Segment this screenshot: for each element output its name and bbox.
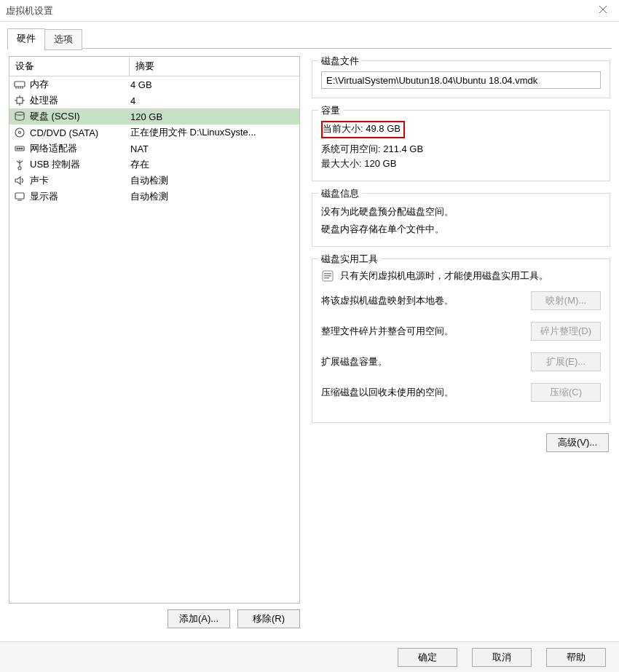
svg-rect-2 bbox=[15, 82, 25, 87]
svg-point-16 bbox=[17, 148, 18, 149]
svg-rect-28 bbox=[324, 277, 329, 279]
svg-point-19 bbox=[18, 167, 21, 170]
remove-device-button[interactable]: 移除(R) bbox=[237, 609, 300, 628]
ok-button[interactable]: 确定 bbox=[398, 648, 457, 667]
device-name: 处理器 bbox=[30, 94, 58, 107]
window-title: 虚拟机设置 bbox=[6, 4, 53, 17]
memory-icon bbox=[14, 79, 25, 90]
device-name: 硬盘 (SCSI) bbox=[30, 110, 80, 123]
tools-hint-row: 只有关闭虚拟机电源时，才能使用磁盘实用工具。 bbox=[321, 269, 601, 282]
device-summary: NAT bbox=[130, 143, 295, 154]
capacity-max: 最大大小: 120 GB bbox=[321, 157, 601, 170]
titlebar: 虚拟机设置 bbox=[0, 0, 619, 22]
group-disk-info: 磁盘信息 没有为此硬盘预分配磁盘空间。 硬盘内容存储在单个文件中。 bbox=[312, 193, 610, 247]
svg-rect-7 bbox=[17, 98, 23, 103]
display-icon bbox=[14, 191, 25, 202]
help-button[interactable]: 帮助 bbox=[546, 648, 606, 667]
table-row[interactable]: CD/DVD (SATA)正在使用文件 D:\LinuxSyste... bbox=[9, 124, 299, 141]
tabs: 硬件 选项 bbox=[0, 22, 619, 49]
tool-button[interactable]: 扩展(E)... bbox=[531, 352, 601, 371]
device-summary: 自动检测 bbox=[130, 174, 295, 187]
disk-file-path[interactable]: E:\VirtualSystem\Ubutun18.04\Ubuntu 18.0… bbox=[321, 71, 601, 89]
tool-row: 压缩磁盘以回收未使用的空间。压缩(C) bbox=[321, 383, 601, 402]
disk-info-line1: 没有为此硬盘预分配磁盘空间。 bbox=[321, 205, 601, 218]
legend-disk-tools: 磁盘实用工具 bbox=[318, 253, 381, 266]
capacity-free: 系统可用空间: 211.4 GB bbox=[321, 143, 601, 156]
cancel-button[interactable]: 取消 bbox=[472, 648, 532, 667]
add-device-button[interactable]: 添加(A)... bbox=[167, 609, 230, 628]
tools-hint-text: 只有关闭虚拟机电源时，才能使用磁盘实用工具。 bbox=[340, 269, 548, 282]
table-row[interactable]: USB 控制器存在 bbox=[9, 157, 299, 173]
table-body: 内存4 GB处理器4硬盘 (SCSI)120 GBCD/DVD (SATA)正在… bbox=[9, 76, 299, 603]
usb-icon bbox=[14, 159, 25, 170]
device-name: USB 控制器 bbox=[30, 158, 80, 171]
device-summary: 4 bbox=[130, 95, 295, 106]
table-row[interactable]: 显示器自动检测 bbox=[9, 189, 299, 205]
content-area: 设备 摘要 内存4 GB处理器4硬盘 (SCSI)120 GBCD/DVD (S… bbox=[0, 49, 619, 628]
svg-point-13 bbox=[15, 128, 24, 137]
net-icon bbox=[14, 143, 25, 154]
device-name: 声卡 bbox=[30, 174, 49, 187]
tab-spacer bbox=[82, 28, 612, 49]
legend-disk-file: 磁盘文件 bbox=[318, 55, 362, 68]
column-header-summary[interactable]: 摘要 bbox=[130, 57, 299, 76]
table-header: 设备 摘要 bbox=[9, 57, 299, 76]
device-name: 网络适配器 bbox=[30, 142, 77, 155]
svg-point-18 bbox=[21, 148, 23, 149]
column-header-device[interactable]: 设备 bbox=[9, 57, 130, 76]
left-pane: 设备 摘要 内存4 GB处理器4硬盘 (SCSI)120 GBCD/DVD (S… bbox=[9, 56, 300, 628]
tool-row: 整理文件碎片并整合可用空间。碎片整理(D) bbox=[321, 322, 601, 341]
svg-point-14 bbox=[19, 132, 21, 134]
device-name: 显示器 bbox=[30, 190, 58, 203]
group-capacity: 容量 当前大小: 49.8 GB 系统可用空间: 211.4 GB 最大大小: … bbox=[312, 110, 610, 181]
info-icon bbox=[321, 269, 334, 282]
device-name: CD/DVD (SATA) bbox=[30, 127, 98, 138]
disk-info-line2: 硬盘内容存储在单个文件中。 bbox=[321, 223, 601, 236]
advanced-row: 高级(V)... bbox=[312, 433, 610, 452]
device-summary: 正在使用文件 D:\LinuxSyste... bbox=[130, 126, 295, 139]
tool-button[interactable]: 压缩(C) bbox=[531, 383, 601, 402]
table-row[interactable]: 硬盘 (SCSI)120 GB bbox=[9, 108, 299, 124]
table-row[interactable]: 声卡自动检测 bbox=[9, 173, 299, 189]
sound-icon bbox=[14, 175, 25, 186]
left-buttons: 添加(A)... 移除(R) bbox=[9, 609, 300, 628]
svg-rect-27 bbox=[324, 275, 331, 277]
legend-capacity: 容量 bbox=[318, 104, 343, 117]
table-row[interactable]: 网络适配器NAT bbox=[9, 141, 299, 157]
tool-button[interactable]: 映射(M)... bbox=[531, 291, 601, 310]
device-summary: 120 GB bbox=[130, 111, 295, 122]
group-disk-tools: 磁盘实用工具 只有关闭虚拟机电源时，才能使用磁盘实用工具。 将该虚拟机磁盘映射到… bbox=[312, 258, 610, 423]
group-disk-file: 磁盘文件 E:\VirtualSystem\Ubutun18.04\Ubuntu… bbox=[312, 60, 610, 98]
device-name: 内存 bbox=[30, 78, 49, 91]
tool-desc: 压缩磁盘以回收未使用的空间。 bbox=[321, 386, 522, 399]
highlight-current-size: 当前大小: 49.8 GB bbox=[321, 121, 405, 138]
tool-desc: 整理文件碎片并整合可用空间。 bbox=[321, 325, 522, 338]
tool-button[interactable]: 碎片整理(D) bbox=[531, 322, 601, 341]
footer: 确定 取消 帮助 bbox=[0, 641, 619, 672]
capacity-current: 当前大小: 49.8 GB bbox=[323, 123, 401, 134]
svg-rect-23 bbox=[15, 193, 24, 199]
svg-point-17 bbox=[19, 148, 20, 149]
disk-icon bbox=[14, 111, 25, 122]
tool-row: 将该虚拟机磁盘映射到本地卷。映射(M)... bbox=[321, 291, 601, 310]
device-summary: 4 GB bbox=[130, 79, 295, 90]
right-pane: 磁盘文件 E:\VirtualSystem\Ubutun18.04\Ubuntu… bbox=[312, 56, 610, 628]
svg-rect-26 bbox=[324, 273, 331, 274]
table-row[interactable]: 内存4 GB bbox=[9, 76, 299, 92]
advanced-button[interactable]: 高级(V)... bbox=[546, 433, 609, 452]
cd-icon bbox=[14, 127, 25, 138]
close-icon bbox=[599, 5, 607, 16]
device-summary: 自动检测 bbox=[130, 190, 295, 203]
legend-disk-info: 磁盘信息 bbox=[318, 187, 362, 200]
tab-hardware[interactable]: 硬件 bbox=[7, 28, 45, 50]
tab-options[interactable]: 选项 bbox=[44, 29, 82, 50]
table-row[interactable]: 处理器4 bbox=[9, 92, 299, 108]
tool-desc: 扩展磁盘容量。 bbox=[321, 355, 522, 368]
svg-line-21 bbox=[17, 161, 20, 163]
tool-desc: 将该虚拟机磁盘映射到本地卷。 bbox=[321, 294, 522, 307]
tool-row: 扩展磁盘容量。扩展(E)... bbox=[321, 352, 601, 371]
window-close-button[interactable] bbox=[587, 0, 619, 22]
svg-point-12 bbox=[15, 112, 24, 115]
device-table: 设备 摘要 内存4 GB处理器4硬盘 (SCSI)120 GBCD/DVD (S… bbox=[9, 56, 300, 604]
device-summary: 存在 bbox=[130, 158, 295, 171]
